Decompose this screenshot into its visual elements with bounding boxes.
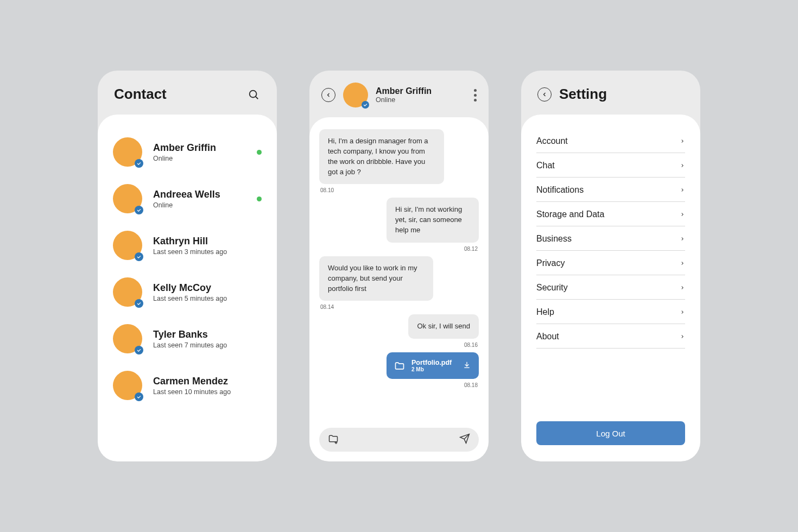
contact-status: Last seen 5 minutes ago xyxy=(153,295,262,302)
chat-body: Hi, I'm a design manager from a tech com… xyxy=(309,117,489,461)
more-icon[interactable] xyxy=(474,89,477,102)
setting-label: Storage and Data xyxy=(536,210,604,219)
setting-item-about[interactable]: About xyxy=(536,324,685,349)
message-incoming: Hi, I'm a design manager from a tech com… xyxy=(319,129,479,193)
message-attachment: Portfolio.pdf 2 Mb 08.18 xyxy=(319,352,479,388)
message-incoming: Would you like to work in my company, bu… xyxy=(319,256,479,311)
chevron-right-icon xyxy=(680,236,685,242)
verified-badge-icon xyxy=(362,101,369,109)
contact-item[interactable]: Kathryn Hill Last seen 3 minutes ago xyxy=(113,222,262,269)
message-bubble: Hi sir, I'm not working yet, sir, can so… xyxy=(387,198,479,243)
contact-name: Kelly McCoy xyxy=(153,282,262,294)
contact-item[interactable]: Carmen Mendez Last seen 10 minutes ago xyxy=(113,362,262,409)
verified-badge-icon xyxy=(135,299,143,308)
chevron-right-icon xyxy=(680,212,685,217)
contact-name: Andreea Wells xyxy=(153,189,246,200)
chat-avatar[interactable] xyxy=(343,83,368,107)
setting-item-security[interactable]: Security xyxy=(536,275,685,300)
contact-name: Tyler Banks xyxy=(153,329,262,340)
contact-item[interactable]: Amber Griffin Online xyxy=(113,129,262,175)
avatar xyxy=(113,231,142,260)
chevron-right-icon xyxy=(680,138,685,144)
contact-name: Amber Griffin xyxy=(153,142,246,154)
search-icon[interactable] xyxy=(246,87,261,102)
attach-folder-icon[interactable] xyxy=(328,433,339,446)
chat-name: Amber Griffin xyxy=(376,86,432,96)
setting-item-business[interactable]: Business xyxy=(536,226,685,251)
contact-title: Contact xyxy=(114,86,239,103)
back-icon[interactable] xyxy=(537,87,552,102)
settings-screen: Setting Account Chat Notifications Stora… xyxy=(521,71,700,461)
contact-status: Last seen 3 minutes ago xyxy=(153,248,262,256)
setting-item-notifications[interactable]: Notifications xyxy=(536,178,685,202)
chevron-right-icon xyxy=(680,261,685,266)
contact-item[interactable]: Tyler Banks Last seen 7 minutes ago xyxy=(113,315,262,362)
setting-label: Security xyxy=(536,283,568,293)
setting-label: Privacy xyxy=(536,258,565,268)
contact-header: Contact xyxy=(98,71,277,115)
contact-item[interactable]: Kelly McCoy Last seen 5 minutes ago xyxy=(113,269,262,315)
message-outgoing: Hi sir, I'm not working yet, sir, can so… xyxy=(319,198,479,252)
contact-screen: Contact Amber Griffin Online xyxy=(98,71,277,461)
chevron-right-icon xyxy=(680,163,685,168)
file-bubble[interactable]: Portfolio.pdf 2 Mb xyxy=(387,352,479,379)
chevron-right-icon xyxy=(680,334,685,339)
file-name: Portfolio.pdf xyxy=(411,359,452,366)
chat-header: Amber Griffin Online xyxy=(309,71,489,117)
avatar xyxy=(113,324,142,353)
logout-button[interactable]: Log Out xyxy=(536,421,685,445)
avatar xyxy=(113,277,142,307)
svg-line-1 xyxy=(256,96,258,98)
settings-header: Setting xyxy=(521,71,700,115)
verified-badge-icon xyxy=(135,392,143,401)
message-time: 08.12 xyxy=(464,246,478,252)
contact-name: Carmen Mendez xyxy=(153,376,262,387)
chat-status: Online xyxy=(376,96,432,104)
setting-label: About xyxy=(536,332,559,341)
contact-item[interactable]: Andreea Wells Online xyxy=(113,175,262,222)
contact-status: Online xyxy=(153,201,246,209)
message-outgoing: Ok sir, I will send 08.16 xyxy=(319,314,479,348)
contact-status: Last seen 10 minutes ago xyxy=(153,388,262,396)
setting-label: Help xyxy=(536,307,554,317)
message-time: 08.14 xyxy=(320,304,334,310)
message-time: 08.10 xyxy=(320,187,334,193)
avatar xyxy=(113,184,142,213)
verified-badge-icon xyxy=(135,206,143,214)
setting-item-chat[interactable]: Chat xyxy=(536,153,685,178)
setting-item-help[interactable]: Help xyxy=(536,300,685,324)
message-input-bar[interactable] xyxy=(319,428,479,452)
message-bubble: Hi, I'm a design manager from a tech com… xyxy=(319,129,444,184)
online-dot-icon xyxy=(257,150,262,155)
send-icon[interactable] xyxy=(459,433,470,446)
contact-status: Last seen 7 minutes ago xyxy=(153,341,262,349)
setting-item-account[interactable]: Account xyxy=(536,129,685,153)
verified-badge-icon xyxy=(135,159,143,168)
settings-title: Setting xyxy=(559,86,684,103)
online-dot-icon xyxy=(257,197,262,201)
message-bubble: Ok sir, I will send xyxy=(408,314,479,339)
setting-label: Business xyxy=(536,234,572,244)
message-bubble: Would you like to work in my company, bu… xyxy=(319,256,433,301)
back-icon[interactable] xyxy=(321,88,335,102)
avatar xyxy=(113,371,142,400)
verified-badge-icon xyxy=(135,252,143,261)
message-time: 08.16 xyxy=(464,342,478,348)
avatar xyxy=(113,137,142,167)
setting-item-privacy[interactable]: Privacy xyxy=(536,251,685,275)
setting-item-storage[interactable]: Storage and Data xyxy=(536,202,685,226)
message-time: 08.18 xyxy=(464,382,478,388)
contact-name: Kathryn Hill xyxy=(153,236,262,247)
setting-label: Notifications xyxy=(536,185,584,195)
download-icon[interactable] xyxy=(463,360,471,371)
chevron-right-icon xyxy=(680,285,685,290)
contact-list: Amber Griffin Online Andreea Wells Onlin… xyxy=(98,115,277,461)
setting-label: Account xyxy=(536,136,568,146)
chevron-right-icon xyxy=(680,187,685,193)
chat-screen: Amber Griffin Online Hi, I'm a design ma… xyxy=(309,71,489,461)
settings-list: Account Chat Notifications Storage and D… xyxy=(521,115,700,461)
folder-icon xyxy=(394,360,405,371)
contact-status: Online xyxy=(153,155,246,162)
chevron-right-icon xyxy=(680,309,685,315)
svg-point-0 xyxy=(250,90,257,97)
